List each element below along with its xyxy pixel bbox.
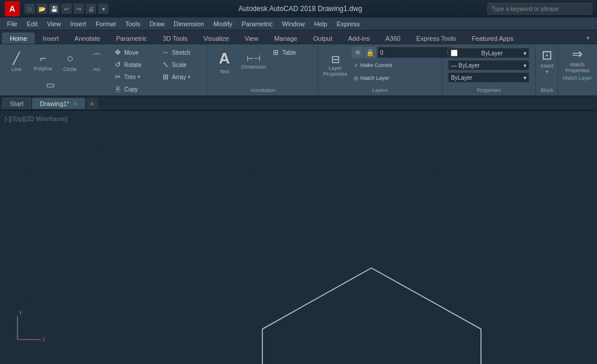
polyline-tool[interactable]: ⌐ Polyline bbox=[30, 47, 56, 77]
qa-dropdown[interactable]: ▾ bbox=[98, 3, 108, 14]
layer-top-row: ⊟ Layer Properties ❄ 🔒 0 ▾ ✓ bbox=[321, 47, 453, 84]
trim-icon: ✂ bbox=[113, 72, 122, 82]
stretch-tool[interactable]: ↔ Stretch bbox=[159, 47, 205, 58]
tab-3d-tools[interactable]: 3D Tools bbox=[155, 33, 195, 44]
tab-insert[interactable]: Insert bbox=[35, 33, 66, 44]
tab-add-ins[interactable]: Add-ins bbox=[340, 33, 377, 44]
tab-a360[interactable]: A360 bbox=[378, 33, 408, 44]
rotate-tool[interactable]: ↺ Rotate bbox=[111, 59, 157, 70]
menu-item-express[interactable]: Express bbox=[332, 19, 364, 29]
quick-access-toolbar: □ 📂 💾 ↩ ↪ 🖨 ▾ bbox=[24, 3, 108, 14]
color-selector[interactable]: ByLayer ▾ bbox=[448, 48, 529, 58]
menu-item-file[interactable]: File bbox=[2, 19, 22, 29]
menu-item-insert[interactable]: Insert bbox=[65, 19, 91, 29]
qa-new[interactable]: □ bbox=[24, 3, 35, 14]
close-drawing1-icon[interactable]: ✕ bbox=[73, 101, 78, 107]
trim-tool[interactable]: ✂ Trim ▾ bbox=[111, 71, 157, 83]
menu-item-window[interactable]: Window bbox=[278, 19, 310, 29]
line-tool[interactable]: ╱ Line bbox=[3, 47, 29, 77]
svg-rect-1 bbox=[0, 111, 597, 364]
tab-express-tools[interactable]: Express Tools bbox=[409, 33, 463, 44]
tab-output[interactable]: Output bbox=[305, 33, 340, 44]
layer-row1: ❄ 🔒 0 ▾ bbox=[352, 47, 453, 58]
tab-featured-apps[interactable]: Featured Apps bbox=[464, 33, 521, 44]
tab-manage[interactable]: Manage bbox=[266, 33, 305, 44]
lineweight-label: ByLayer bbox=[451, 75, 472, 81]
lineweight-selector[interactable]: ByLayer ▾ bbox=[448, 72, 529, 83]
layer-group-label: Layers bbox=[321, 87, 440, 94]
arc-tool[interactable]: ⌒ Arc bbox=[84, 47, 110, 77]
layer-lock-btn[interactable]: 🔒 bbox=[364, 47, 376, 58]
tab-visualize[interactable]: Visualize bbox=[196, 33, 237, 44]
move-tool[interactable]: ✥ Move bbox=[111, 47, 157, 58]
arc-icon: ⌒ bbox=[92, 51, 102, 65]
menu-item-modify[interactable]: Modify bbox=[209, 19, 237, 29]
menu-item-help[interactable]: Help bbox=[310, 19, 332, 29]
array-icon: ⊞ bbox=[161, 72, 170, 82]
copy-tool[interactable]: ⎘ Copy bbox=[111, 83, 157, 95]
move-icon: ✥ bbox=[113, 48, 122, 57]
menu-item-dimension[interactable]: Dimension bbox=[169, 19, 209, 29]
menu-item-draw[interactable]: Draw bbox=[145, 19, 169, 29]
menu-item-tools[interactable]: Tools bbox=[121, 19, 145, 29]
svg-text:X: X bbox=[42, 337, 46, 343]
layer-properties-button[interactable]: ⊟ Layer Properties bbox=[321, 53, 350, 77]
match-layer-btn[interactable]: ◎ Match Layer bbox=[352, 72, 398, 84]
layer-freeze-btn[interactable]: ❄ bbox=[352, 47, 363, 58]
color-swatch bbox=[451, 50, 458, 56]
copy-icon: ⎘ bbox=[113, 84, 122, 94]
scale-tool[interactable]: ⤡ Scale bbox=[159, 59, 205, 70]
tab-start[interactable]: Start bbox=[2, 98, 31, 109]
text-tool[interactable]: A Text bbox=[210, 47, 238, 77]
annotation-tools: A Text ⊢⊣ Dimension ⊞ Table bbox=[210, 47, 315, 87]
draw-large-tools: ╱ Line ⌐ Polyline ○ Circle ⌒ Arc bbox=[3, 47, 110, 90]
draw-group: ╱ Line ⌐ Polyline ○ Circle ⌒ Arc bbox=[1, 45, 208, 96]
circle-tool[interactable]: ○ Circle bbox=[57, 47, 83, 77]
dimension-tool[interactable]: ⊢⊣ Dimension bbox=[240, 47, 268, 77]
menu-item-edit[interactable]: Edit bbox=[22, 19, 43, 29]
annotation-small: ⊞ Table bbox=[269, 47, 315, 58]
draw-icon2 bbox=[57, 79, 69, 90]
ribbon: ╱ Line ⌐ Polyline ○ Circle ⌒ Arc bbox=[0, 44, 597, 97]
array-tool[interactable]: ⊞ Array ▾ bbox=[159, 71, 205, 83]
insert-tools: ⊡ Insert ▾ bbox=[538, 47, 556, 87]
layer-group: ⊟ Layer Properties ❄ 🔒 0 ▾ ✓ bbox=[318, 45, 443, 96]
qa-redo[interactable]: ↪ bbox=[73, 3, 84, 14]
menu-item-parametric[interactable]: Parametric bbox=[237, 19, 277, 29]
properties-group: ByLayer ▾ — ByLayer ▾ ByLayer ▾ Properti… bbox=[443, 45, 536, 96]
match-layer-sub-button[interactable]: Match Layer bbox=[561, 75, 594, 82]
window-title: Autodesk AutoCAD 2018 Drawing1.dwg bbox=[113, 5, 487, 13]
tab-parametric[interactable]: Parametric bbox=[108, 33, 154, 44]
tab-view[interactable]: View bbox=[237, 33, 266, 44]
viewport-label: [-][Top][2D Wireframe] bbox=[5, 115, 68, 122]
tab-home[interactable]: Home bbox=[2, 33, 34, 44]
table-tool[interactable]: ⊞ Table bbox=[269, 47, 315, 58]
menu-item-format[interactable]: Format bbox=[91, 19, 121, 29]
axis-svg: Y X bbox=[12, 310, 47, 345]
ribbon-overflow-button[interactable]: ▾ bbox=[582, 33, 595, 44]
qa-undo[interactable]: ↩ bbox=[61, 3, 72, 14]
tab-annotate[interactable]: Annotate bbox=[67, 33, 108, 44]
new-drawing-button[interactable]: + bbox=[86, 98, 98, 109]
insert-button[interactable]: ⊡ Insert ▾ bbox=[538, 47, 556, 76]
match-properties-button[interactable]: ⇒ Match Properties bbox=[566, 47, 589, 73]
layer-row2: ✓ Make Current bbox=[352, 59, 453, 71]
table-icon: ⊞ bbox=[271, 48, 280, 57]
layer-controls: ❄ 🔒 0 ▾ ✓ Make Current bbox=[352, 47, 453, 84]
tab-drawing1[interactable]: Drawing1* ✕ bbox=[32, 98, 85, 109]
svg-text:Y: Y bbox=[19, 310, 23, 316]
qa-open[interactable]: 📂 bbox=[37, 3, 47, 14]
linetype-selector[interactable]: — ByLayer ▾ bbox=[448, 60, 529, 70]
layer-properties-icon: ⊟ bbox=[331, 53, 340, 66]
qa-save[interactable]: 💾 bbox=[49, 3, 59, 14]
menu-item-view[interactable]: View bbox=[43, 19, 66, 29]
annotation-group-label: Annotation bbox=[210, 87, 315, 94]
line-icon: ╱ bbox=[13, 51, 20, 65]
make-current-btn[interactable]: ✓ Make Current bbox=[352, 59, 398, 71]
qa-plot[interactable]: 🖨 bbox=[86, 3, 96, 14]
insert-group-label: Block bbox=[538, 87, 556, 94]
keyword-search[interactable]: Type a keyword or phrase bbox=[487, 3, 592, 15]
grid-overlay bbox=[0, 111, 597, 364]
layer-selector[interactable]: 0 ▾ bbox=[377, 47, 453, 58]
linetype-label: — ByLayer bbox=[451, 62, 479, 69]
